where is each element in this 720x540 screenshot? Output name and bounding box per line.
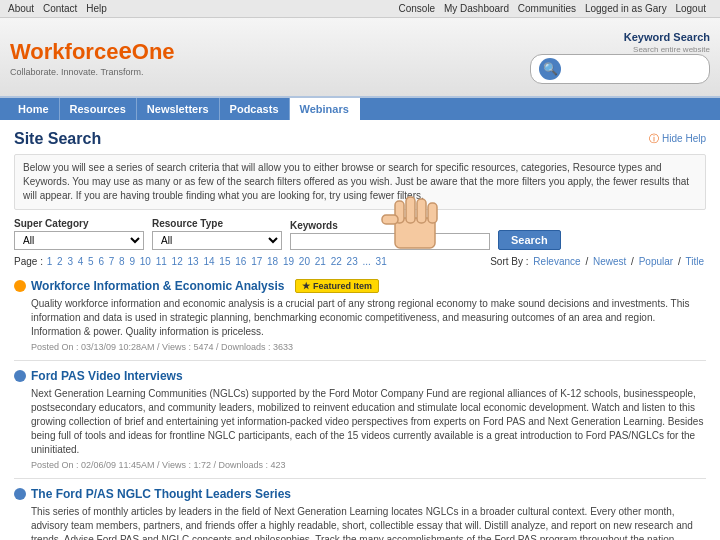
nav-webinars[interactable]: Webinars — [290, 98, 360, 120]
page-18-link[interactable]: 18 — [267, 256, 278, 267]
result-description: Quality workforce information and econom… — [14, 297, 706, 339]
page-5-link[interactable]: 5 — [88, 256, 94, 267]
result-title-text: Ford PAS Video Interviews — [31, 369, 183, 383]
sort-popular[interactable]: Popular — [639, 256, 673, 267]
communities-link[interactable]: Communities — [518, 3, 576, 14]
header-search-area: Keyword Search Search entire website 🔍 — [530, 31, 710, 84]
page-more[interactable]: ... — [362, 256, 370, 267]
search-form: Super Category All Resource Type All Key… — [14, 218, 706, 250]
dashboard-link[interactable]: My Dashboard — [444, 3, 509, 14]
nav-newsletters[interactable]: Newsletters — [137, 98, 220, 120]
header-search-box[interactable]: 🔍 — [530, 54, 710, 84]
result-title-text: The Ford P/AS NGLC Thought Leaders Serie… — [31, 487, 291, 501]
sort-label: Sort By : — [490, 256, 528, 267]
page-label: Page : — [14, 256, 43, 267]
logo-end: One — [132, 39, 175, 64]
result-description: Next Generation Learning Communities (NG… — [14, 387, 706, 457]
page-15-link[interactable]: 15 — [219, 256, 230, 267]
result-title-link[interactable]: Workforce Information & Economic Analysi… — [14, 279, 706, 293]
page-3-link[interactable]: 3 — [67, 256, 73, 267]
keywords-label: Keywords — [290, 220, 490, 231]
page-7-link[interactable]: 7 — [109, 256, 115, 267]
sort-area: Sort By : Relevance / Newest / Popular /… — [490, 256, 706, 267]
header-search-input[interactable] — [567, 63, 677, 74]
header: WorkforceeOne Collaborate. Innovate. Tra… — [0, 18, 720, 98]
page-title-row: Site Search ⓘ Hide Help — [14, 130, 706, 148]
results-list: Workforce Information & Economic Analysi… — [14, 271, 706, 540]
table-row: Workforce Information & Economic Analysi… — [14, 271, 706, 361]
logo: WorkforceeOne — [10, 37, 175, 65]
keywords-input[interactable] — [290, 233, 490, 250]
page-17-link[interactable]: 17 — [251, 256, 262, 267]
main-content: Site Search ⓘ Hide Help Below you will s… — [0, 120, 720, 540]
hide-help-link[interactable]: ⓘ Hide Help — [649, 132, 706, 146]
page-11-link[interactable]: 11 — [156, 256, 167, 267]
page-2-link[interactable]: 2 — [57, 256, 63, 267]
result-meta: Posted On : 03/13/09 10:28AM / Views : 5… — [14, 342, 706, 352]
page-20-link[interactable]: 20 — [299, 256, 310, 267]
keywords-group: Keywords — [290, 220, 490, 250]
nav-resources[interactable]: Resources — [60, 98, 137, 120]
super-category-label: Super Category — [14, 218, 144, 229]
page-8-link[interactable]: 8 — [119, 256, 125, 267]
logo-main: Workforce — [10, 39, 118, 64]
console-link[interactable]: Console — [398, 3, 435, 14]
page-1-link[interactable]: 1 — [47, 256, 53, 267]
logout-link[interactable]: Logout — [675, 3, 706, 14]
featured-badge: ★ Featured Item — [295, 279, 379, 293]
sort-newest[interactable]: Newest — [593, 256, 626, 267]
resource-type-select[interactable]: All — [152, 231, 282, 250]
page-10-link[interactable]: 10 — [140, 256, 151, 267]
logo-accent: e — [118, 37, 131, 64]
search-submit-button[interactable]: Search — [498, 230, 561, 250]
page-6-link[interactable]: 6 — [98, 256, 104, 267]
result-title-link[interactable]: The Ford P/AS NGLC Thought Leaders Serie… — [14, 487, 706, 501]
result-title-text: Workforce Information & Economic Analysi… — [31, 279, 284, 293]
page-title: Site Search — [14, 130, 101, 148]
result-description: This series of monthly articles by leade… — [14, 505, 706, 540]
super-category-select[interactable]: All — [14, 231, 144, 250]
result-title-link[interactable]: Ford PAS Video Interviews — [14, 369, 706, 383]
page-4-link[interactable]: 4 — [78, 256, 84, 267]
page-23-link[interactable]: 23 — [347, 256, 358, 267]
logo-tagline: Collaborate. Innovate. Transform. — [10, 67, 175, 77]
nav-bar: Home Resources Newsletters Podcasts Webi… — [0, 98, 720, 120]
header-search-sub: Search entire website — [633, 45, 710, 54]
pagination-row: Page : 1 2 3 4 5 6 7 8 9 10 11 12 13 14 … — [14, 256, 706, 267]
pagination-left: Page : 1 2 3 4 5 6 7 8 9 10 11 12 13 14 … — [14, 256, 388, 267]
page-16-link[interactable]: 16 — [235, 256, 246, 267]
result-meta: Posted On : 02/06/09 11:45AM / Views : 1… — [14, 460, 706, 470]
about-link[interactable]: About — [8, 3, 34, 14]
page-31-link[interactable]: 31 — [376, 256, 387, 267]
logged-in-label: Logged in as Gary — [585, 3, 667, 14]
nav-home[interactable]: Home — [8, 98, 60, 120]
resource-type-group: Resource Type All — [152, 218, 282, 250]
help-link[interactable]: Help — [86, 3, 107, 14]
page-9-link[interactable]: 9 — [129, 256, 135, 267]
sort-relevance[interactable]: Relevance — [533, 256, 580, 267]
page-19-link[interactable]: 19 — [283, 256, 294, 267]
nav-podcasts[interactable]: Podcasts — [220, 98, 290, 120]
result-icon — [14, 370, 26, 382]
logo-area: WorkforceeOne Collaborate. Innovate. Tra… — [10, 37, 175, 77]
search-icon: 🔍 — [539, 58, 561, 80]
page-21-link[interactable]: 21 — [315, 256, 326, 267]
contact-link[interactable]: Contact — [43, 3, 77, 14]
result-icon — [14, 280, 26, 292]
top-bar-right: Console My Dashboard Communities Logged … — [398, 3, 712, 14]
top-bar-left: About Contact Help — [8, 3, 113, 14]
page-13-link[interactable]: 13 — [188, 256, 199, 267]
page-14-link[interactable]: 14 — [203, 256, 214, 267]
page-12-link[interactable]: 12 — [172, 256, 183, 267]
table-row: The Ford P/AS NGLC Thought Leaders Serie… — [14, 479, 706, 540]
page-22-link[interactable]: 22 — [331, 256, 342, 267]
sort-title[interactable]: Title — [685, 256, 704, 267]
super-category-group: Super Category All — [14, 218, 144, 250]
result-icon — [14, 488, 26, 500]
hide-help-label: Hide Help — [662, 133, 706, 144]
table-row: Ford PAS Video Interviews Next Generatio… — [14, 361, 706, 479]
resource-type-label: Resource Type — [152, 218, 282, 229]
description-text: Below you will see a series of search cr… — [14, 154, 706, 210]
top-bar: About Contact Help Console My Dashboard … — [0, 0, 720, 18]
header-search-label: Keyword Search — [624, 31, 710, 43]
